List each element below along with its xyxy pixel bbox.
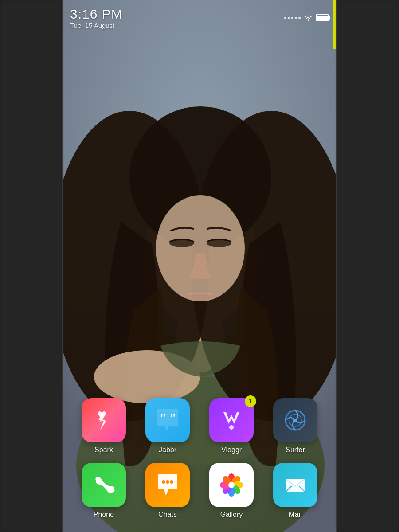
app-item-surfer[interactable]: Surfer	[266, 398, 324, 454]
signal-dot-1	[284, 17, 286, 19]
app-row-1: Spark " " Jabbr	[72, 398, 327, 454]
app-item-phone[interactable]: Phone	[75, 463, 133, 519]
jabbr-icon[interactable]: " "	[145, 398, 190, 442]
surfer-label: Surfer	[286, 446, 305, 454]
vloggr-icon-svg	[218, 407, 245, 434]
svg-point-20	[166, 480, 169, 484]
spark-label: Spark	[94, 446, 113, 454]
wifi-icon	[303, 14, 313, 21]
gallery-icon[interactable]	[209, 463, 254, 507]
app-row-2: Phone Chats	[72, 463, 327, 519]
signal-dot-3	[291, 17, 293, 19]
signal-dot-2	[288, 17, 290, 19]
svg-text:": "	[169, 411, 176, 425]
status-time: 3:16 PM	[70, 7, 123, 22]
phone-icon[interactable]	[82, 463, 126, 507]
vloggr-badge: 1	[245, 395, 256, 407]
status-date: Tue, 15 August	[70, 22, 123, 29]
svg-point-21	[170, 480, 173, 484]
svg-text:": "	[160, 411, 167, 425]
svg-point-9	[156, 195, 245, 301]
battery-icon	[316, 14, 329, 21]
accent-bar	[333, 0, 336, 49]
status-icons	[284, 14, 329, 21]
gallery-icon-svg	[218, 472, 245, 498]
battery-fill	[317, 16, 328, 20]
spark-icon-svg	[90, 407, 117, 434]
svg-point-18	[293, 419, 297, 422]
surfer-icon[interactable]	[273, 398, 317, 442]
signal-icon	[284, 17, 301, 19]
svg-point-15	[229, 425, 234, 430]
app-item-vloggr[interactable]: 1 Vloggr	[203, 398, 260, 454]
app-item-mail[interactable]: Mail	[266, 463, 324, 519]
svg-point-19	[162, 480, 165, 484]
phone-icon-svg	[90, 472, 117, 498]
app-item-chats[interactable]: Chats	[139, 463, 196, 519]
chats-label: Chats	[158, 511, 177, 519]
surfer-icon-svg	[282, 407, 309, 434]
vloggr-label: Vloggr	[221, 446, 242, 454]
vloggr-icon[interactable]: 1	[209, 398, 254, 442]
jabbr-icon-svg: " "	[154, 407, 181, 434]
chats-icon[interactable]	[145, 463, 190, 507]
signal-dot-4	[295, 17, 297, 19]
phone-outer: 3:16 PM Tue, 15 August	[0, 0, 399, 532]
app-grid: Spark " " Jabbr	[63, 389, 336, 532]
phone-screen: 3:16 PM Tue, 15 August	[62, 0, 337, 532]
left-blur	[0, 0, 62, 532]
signal-dot-5	[298, 17, 301, 19]
app-item-gallery[interactable]: Gallery	[203, 463, 260, 519]
mail-icon-svg	[282, 472, 309, 498]
app-item-spark[interactable]: Spark	[75, 398, 133, 454]
phone-label: Phone	[94, 511, 114, 519]
spark-icon[interactable]	[82, 398, 126, 442]
chats-icon-svg	[154, 472, 181, 498]
time-date: 3:16 PM Tue, 15 August	[70, 7, 123, 29]
status-bar: 3:16 PM Tue, 15 August	[63, 0, 336, 35]
jabbr-label: Jabbr	[159, 446, 176, 454]
app-item-jabbr[interactable]: " " Jabbr	[139, 398, 196, 454]
gallery-label: Gallery	[220, 511, 243, 519]
right-blur	[337, 0, 399, 532]
svg-point-31	[228, 482, 235, 488]
mail-label: Mail	[289, 511, 301, 519]
mail-icon[interactable]	[273, 463, 317, 507]
